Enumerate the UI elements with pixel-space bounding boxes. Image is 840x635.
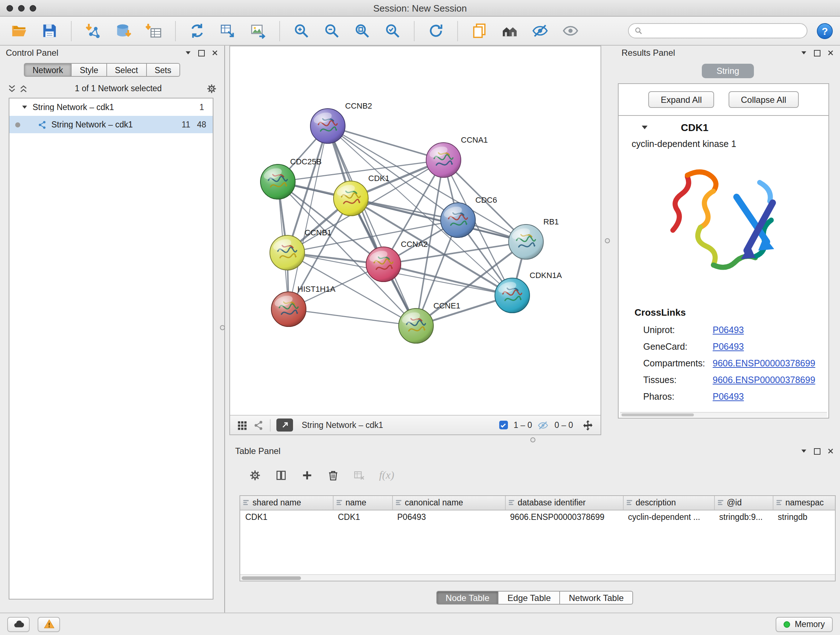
network-node-cdc25b[interactable]: CDC25B <box>261 157 322 199</box>
network-node-ccnb2[interactable]: CCNB2 <box>310 101 372 143</box>
crosslink-value[interactable]: 9606.ENSP00000378699 <box>713 358 815 368</box>
delete-column-icon[interactable] <box>327 469 339 481</box>
float-panel-icon[interactable] <box>800 448 807 455</box>
import-network-button[interactable] <box>81 20 105 42</box>
crosslink-value[interactable]: P06493 <box>713 391 744 402</box>
network-enabled-indicator[interactable] <box>15 122 20 127</box>
column-header-description[interactable]: description <box>623 496 714 510</box>
home-button[interactable] <box>498 20 522 42</box>
grid-view-icon[interactable] <box>237 420 248 431</box>
zoom-in-button[interactable] <box>289 20 313 42</box>
export-image-button[interactable] <box>246 20 270 42</box>
column-header--id[interactable]: @id <box>714 496 773 510</box>
search-input[interactable] <box>646 27 801 35</box>
hide-selected-button[interactable] <box>528 20 552 42</box>
memory-button[interactable]: Memory <box>776 616 833 632</box>
save-button[interactable] <box>38 20 62 42</box>
zoom-selected-button[interactable] <box>381 20 404 42</box>
column-header-shared-name[interactable]: shared name <box>240 496 333 510</box>
expand-all-icon[interactable] <box>19 84 28 93</box>
column-header-database-identifier[interactable]: database identifier <box>505 496 623 510</box>
table-cell[interactable]: P06493 <box>392 510 505 524</box>
tab-style[interactable]: Style <box>72 63 107 77</box>
network-node-cdc6[interactable]: CDC6 <box>441 195 497 238</box>
detach-view-button[interactable] <box>276 418 293 432</box>
close-panel-icon[interactable] <box>211 49 218 57</box>
float-panel-icon[interactable] <box>800 49 807 57</box>
float-panel-icon[interactable] <box>185 49 192 57</box>
table-cell[interactable]: 9606.ENSP00000378699 <box>505 510 623 524</box>
tab-edge-table[interactable]: Edge Table <box>499 591 561 605</box>
import-table-button[interactable] <box>142 20 166 42</box>
selected-nodes-checkbox[interactable] <box>499 421 508 429</box>
table-row[interactable]: CDK1CDK1P064939606.ENSP00000378699cyclin… <box>240 510 836 524</box>
crosslink-value[interactable]: 9606.ENSP00000378699 <box>713 375 815 385</box>
new-network-button[interactable] <box>185 20 209 42</box>
table-hscrollbar[interactable] <box>240 574 835 581</box>
tab-sets[interactable]: Sets <box>147 63 180 77</box>
expand-all-button[interactable]: Expand All <box>649 91 714 108</box>
table-cell[interactable]: CDK1 <box>333 510 392 524</box>
open-button[interactable] <box>7 20 31 42</box>
tree-network-row[interactable]: String Network – cdk11148 <box>9 116 213 133</box>
table-cell[interactable]: stringdb:9... <box>714 510 773 524</box>
zoom-out-button[interactable] <box>320 20 344 42</box>
collapse-caret-icon[interactable] <box>640 123 649 132</box>
show-columns-icon[interactable] <box>275 469 287 481</box>
table-cell[interactable]: cyclin-dependent ... <box>623 510 714 524</box>
tab-network[interactable]: Network <box>24 63 72 77</box>
table-settings-gear-icon[interactable] <box>249 469 261 481</box>
network-node-cdk1[interactable]: CDK1 <box>333 174 390 216</box>
column-header-namespac[interactable]: namespac <box>773 496 836 510</box>
show-all-button[interactable] <box>559 20 583 42</box>
table-cell[interactable]: CDK1 <box>240 510 333 524</box>
network-edge[interactable] <box>289 126 328 309</box>
crosslink-value[interactable]: P06493 <box>713 325 744 335</box>
gear-icon[interactable] <box>206 83 217 94</box>
network-node-ccna1[interactable]: CCNA1 <box>426 135 488 177</box>
tree-collection-row[interactable]: String Network – cdk11 <box>9 98 213 116</box>
network-node-cdkn1a[interactable]: CDKN1A <box>495 271 562 313</box>
close-panel-icon[interactable] <box>827 49 834 57</box>
left-splitter-handle[interactable] <box>220 325 225 330</box>
maximize-panel-icon[interactable] <box>814 50 821 56</box>
maximize-panel-icon[interactable] <box>814 448 821 454</box>
tab-select[interactable]: Select <box>107 63 147 77</box>
network-node-hist1h1a[interactable]: HIST1H1A <box>271 285 335 326</box>
network-node-rb1[interactable]: RB1 <box>508 217 559 259</box>
import-database-button[interactable] <box>111 20 135 42</box>
crosslink-value[interactable]: P06493 <box>713 341 744 352</box>
help-button[interactable]: ? <box>817 23 833 39</box>
minimize-window-button[interactable] <box>18 5 25 11</box>
network-from-table-button[interactable] <box>216 20 240 42</box>
horizontal-splitter-handle[interactable] <box>531 437 535 442</box>
table-cell[interactable]: stringdb <box>773 510 836 524</box>
refresh-button[interactable] <box>424 20 448 42</box>
hidden-elements-icon[interactable] <box>538 420 549 431</box>
collapse-all-button[interactable]: Collapse All <box>729 91 798 108</box>
right-splitter-handle[interactable] <box>605 238 610 243</box>
close-window-button[interactable] <box>6 5 13 11</box>
gene-card-header[interactable]: CDK1 <box>619 116 829 133</box>
warnings-button[interactable] <box>38 616 60 632</box>
zoom-fit-button[interactable] <box>350 20 374 42</box>
cloud-button[interactable] <box>7 616 30 632</box>
zoom-window-button[interactable] <box>30 5 36 11</box>
annotation-button[interactable] <box>467 20 491 42</box>
share-view-icon[interactable] <box>253 420 264 431</box>
maximize-panel-icon[interactable] <box>198 50 205 56</box>
collapse-all-icon[interactable] <box>7 84 17 93</box>
pan-mode-icon[interactable] <box>582 419 594 431</box>
results-hscrollbar[interactable] <box>620 412 827 417</box>
network-edge[interactable] <box>289 309 416 326</box>
column-header-name[interactable]: name <box>333 496 392 510</box>
tab-string[interactable]: String <box>702 64 754 78</box>
close-panel-icon[interactable] <box>827 448 834 455</box>
add-column-icon[interactable] <box>301 469 313 481</box>
network-canvas[interactable]: CCNB2CCNA1CDC25BCDK1CDC6RB1CCNB1CCNA2CDK… <box>230 46 600 415</box>
search-box[interactable] <box>628 23 807 38</box>
network-edge[interactable] <box>328 126 416 326</box>
network-edge[interactable] <box>328 126 444 160</box>
tab-node-table[interactable]: Node Table <box>436 591 499 605</box>
tab-network-table[interactable]: Network Table <box>561 591 633 605</box>
